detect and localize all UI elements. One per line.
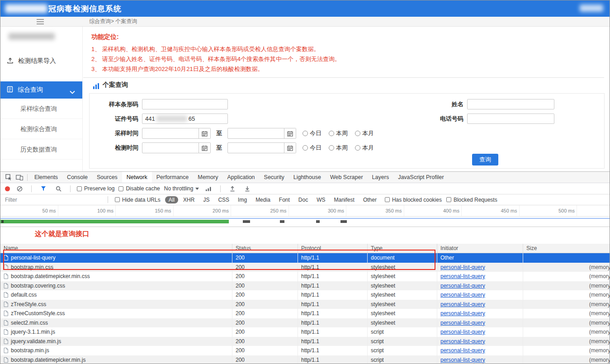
network-request-row[interactable]: bootstrap.covering.css 200 http/1.1 styl… [0, 281, 610, 291]
checkbox-icon[interactable] [118, 186, 123, 191]
radio-icon[interactable] [355, 145, 360, 151]
type-filter-pill[interactable]: WS [313, 196, 329, 203]
network-request-row[interactable]: jquery-3.1.1.min.js 200 http/1.1 script … [0, 327, 610, 337]
radio-option[interactable]: 本月 [355, 129, 374, 137]
calendar-icon[interactable] [284, 128, 296, 138]
type-filter-pill[interactable]: XHR [180, 196, 198, 203]
sample-time-end-input[interactable] [227, 128, 296, 139]
request-initiator[interactable]: personal-list-query [440, 347, 485, 354]
export-har-icon[interactable] [242, 184, 253, 194]
devtools-tab[interactable]: JavaScript Profiler [393, 172, 448, 183]
checkbox-icon[interactable] [385, 197, 390, 202]
type-filter-pill[interactable]: CSS [214, 196, 233, 203]
column-header[interactable]: Type [368, 244, 437, 253]
request-initiator[interactable]: personal-list-query [440, 310, 485, 317]
radio-icon[interactable] [355, 131, 360, 136]
request-initiator[interactable]: personal-list-query [440, 301, 485, 307]
radio-option[interactable]: 本周 [329, 144, 348, 152]
type-filter-pill[interactable]: Img [234, 196, 251, 203]
menu-toggle-icon[interactable] [35, 19, 46, 25]
devtools-tab[interactable]: Layers [368, 172, 394, 183]
throttling-dropdown[interactable]: No throttling [164, 185, 199, 192]
devtools-tab[interactable]: Network [122, 172, 152, 183]
type-filter-pill[interactable]: JS [199, 196, 213, 203]
filter-input[interactable] [5, 197, 101, 203]
column-header[interactable]: Size [523, 244, 610, 253]
import-har-icon[interactable] [227, 184, 238, 194]
column-header[interactable]: Name [0, 244, 232, 253]
request-initiator[interactable]: personal-list-query [440, 292, 485, 298]
phone-input[interactable] [467, 113, 554, 124]
network-request-row[interactable]: bootstrap.min.js 200 http/1.1 script per… [0, 346, 610, 355]
devtools-tab[interactable]: Memory [193, 172, 222, 183]
calendar-icon[interactable] [284, 143, 296, 153]
sidebar-item-comprehensive-query[interactable]: 综合查询 [0, 81, 82, 99]
request-initiator[interactable]: personal-list-query [440, 338, 485, 345]
radio-option[interactable]: 本周 [329, 129, 348, 137]
sidebar-item-result-import[interactable]: 检测结果导入 [0, 52, 82, 70]
devtools-tab[interactable]: Web Scraper [326, 172, 368, 183]
network-request-row[interactable]: select2.min.css 200 http/1.1 stylesheet … [0, 318, 610, 328]
type-filter-pill[interactable]: Other [359, 196, 380, 203]
hide-data-urls-checkbox[interactable]: Hide data URLs [115, 197, 161, 203]
disable-cache-checkbox[interactable]: Disable cache [118, 185, 160, 192]
tab-case-query[interactable]: 个案查询 [93, 81, 128, 89]
barcode-input[interactable] [142, 99, 228, 109]
sidebar-subitem[interactable]: 检测综合查询 [0, 119, 82, 139]
type-filter-pill[interactable]: Manifest [331, 196, 358, 203]
calendar-icon[interactable] [199, 143, 210, 153]
request-initiator[interactable]: personal-list-query [440, 273, 485, 279]
type-filter-pill[interactable]: All [165, 196, 178, 203]
calendar-icon[interactable] [199, 128, 210, 138]
clear-icon[interactable] [14, 184, 25, 194]
checkbox-icon[interactable] [446, 197, 451, 202]
request-initiator[interactable]: personal-list-query [440, 283, 485, 289]
filter-icon[interactable] [38, 184, 49, 194]
radio-icon[interactable] [303, 145, 308, 151]
device-toolbar-icon[interactable] [14, 172, 25, 182]
id-number-input[interactable]: 441 65 [142, 113, 228, 124]
radio-option[interactable]: 今日 [303, 144, 322, 152]
network-request-row[interactable]: personal-list-query 200 http/1.1 documen… [0, 253, 610, 263]
radio-icon[interactable] [329, 131, 334, 136]
radio-icon[interactable] [329, 145, 334, 151]
sidebar-subitem[interactable]: 历史数据查询 [0, 139, 82, 160]
column-header[interactable]: Protocol [298, 244, 368, 253]
search-icon[interactable] [53, 184, 64, 194]
devtools-tab[interactable]: Application [222, 172, 259, 183]
has-blocked-cookies-checkbox[interactable]: Has blocked cookies [385, 197, 442, 203]
network-request-row[interactable]: zTreeStyle.css 200 http/1.1 stylesheet p… [0, 300, 610, 309]
network-request-row[interactable]: bootstrap.min.css 200 http/1.1 styleshee… [0, 263, 610, 272]
sample-time-start-input[interactable] [142, 128, 211, 139]
request-initiator[interactable]: personal-list-query [440, 264, 485, 270]
devtools-tab[interactable]: Sources [92, 172, 122, 183]
devtools-tab[interactable]: Elements [30, 172, 62, 183]
blocked-requests-checkbox[interactable]: Blocked Requests [446, 197, 497, 203]
radio-icon[interactable] [303, 131, 308, 136]
request-initiator[interactable]: personal-list-query [440, 357, 485, 363]
preserve-log-checkbox[interactable]: Preserve log [77, 185, 114, 192]
network-request-row[interactable]: bootstrap.datetimepicker.min.css 200 htt… [0, 272, 610, 281]
network-request-row[interactable]: bootstrap.datetimepicker.min.js 200 http… [0, 355, 610, 364]
devtools-tab[interactable]: Console [62, 172, 92, 183]
request-initiator[interactable]: Other [440, 255, 454, 261]
devtools-tab[interactable]: Security [260, 172, 289, 183]
checkbox-icon[interactable] [115, 197, 120, 202]
name-input[interactable] [467, 99, 554, 109]
network-request-row[interactable]: zTreeCustomStyle.css 200 http/1.1 styles… [0, 309, 610, 318]
radio-option[interactable]: 今日 [303, 129, 322, 137]
type-filter-pill[interactable]: Doc [295, 196, 312, 203]
network-request-row[interactable]: default.css 200 http/1.1 stylesheet pers… [0, 290, 610, 300]
test-time-end-input[interactable] [227, 142, 296, 153]
sidebar-subitem[interactable]: 采样综合查询 [0, 99, 82, 119]
radio-option[interactable]: 本月 [355, 144, 374, 152]
devtools-tab[interactable]: Lighthouse [289, 172, 326, 183]
network-request-row[interactable]: jquery.validate.min.js 200 http/1.1 scri… [0, 337, 610, 346]
request-initiator[interactable]: personal-list-query [440, 320, 485, 326]
devtools-tab[interactable]: Performance [152, 172, 194, 183]
test-time-start-input[interactable] [142, 142, 211, 153]
column-header[interactable]: Status [232, 244, 298, 253]
network-overview[interactable] [0, 217, 610, 227]
network-conditions-icon[interactable] [203, 184, 214, 194]
type-filter-pill[interactable]: Media [252, 196, 274, 203]
